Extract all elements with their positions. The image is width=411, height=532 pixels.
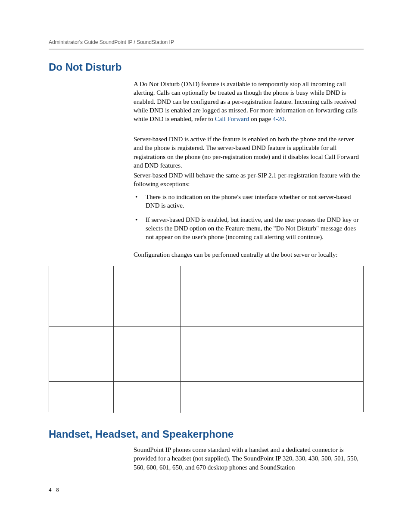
list-item: • There is no indication on the phone's … (134, 193, 364, 210)
table-cell (49, 382, 114, 413)
paragraph-exceptions-intro: Server-based DND will behave the same as… (134, 171, 364, 189)
table-row (49, 266, 363, 327)
bullet-icon: • (134, 193, 146, 210)
table-row (49, 327, 363, 382)
table-row (49, 382, 363, 413)
table-cell (181, 327, 363, 381)
table-cell (114, 382, 181, 413)
table-cell (49, 266, 114, 326)
paragraph-dnd-intro: A Do Not Disturb (DND) feature is availa… (134, 80, 364, 123)
table-cell (114, 327, 181, 381)
table-cell (114, 266, 181, 326)
para1-text-b: on page (249, 115, 273, 122)
page-header: Administrator's Guide SoundPoint IP / So… (49, 39, 364, 50)
list-item: • If server-based DND is enabled, but in… (134, 215, 364, 242)
link-call-forward[interactable]: Call Forward (215, 115, 249, 122)
table-cell (49, 327, 114, 381)
bullet-text-1: There is no indication on the phone's us… (146, 193, 364, 210)
paragraph-server-dnd: Server-based DND is active if the featur… (134, 135, 364, 170)
header-text: Administrator's Guide SoundPoint IP / So… (49, 39, 174, 45)
table-cell (181, 382, 363, 413)
page-number: 4 - 8 (49, 486, 59, 493)
exceptions-list: • There is no indication on the phone's … (134, 193, 364, 246)
config-table (49, 266, 364, 412)
section-heading-dnd: Do Not Disturb (49, 61, 121, 73)
paragraph-handset-intro: SoundPoint IP phones come standard with … (134, 445, 364, 472)
section-heading-handset: Handset, Headset, and Speakerphone (49, 428, 234, 440)
paragraph-config-intro: Configuration changes can be performed c… (134, 250, 364, 259)
page-footer: 4 - 8 (49, 486, 59, 493)
bullet-icon: • (134, 215, 146, 242)
link-page-ref[interactable]: 4-20 (273, 115, 285, 122)
bullet-text-2: If server-based DND is enabled, but inac… (146, 215, 364, 242)
table-cell (181, 266, 363, 326)
para1-text-c: . (284, 115, 286, 122)
